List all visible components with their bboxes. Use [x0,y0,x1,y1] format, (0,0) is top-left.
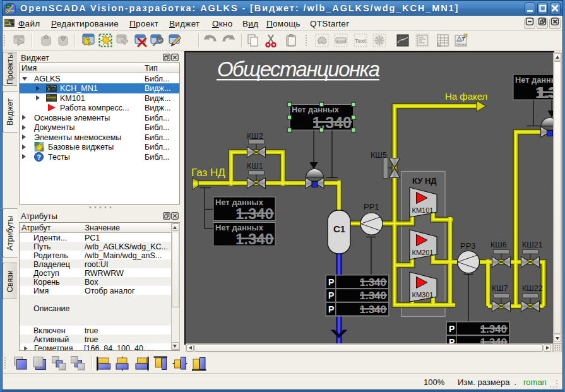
svg-text:На факел: На факел [445,91,487,102]
svg-text:КМ201: КМ201 [412,249,434,256]
svg-text:РР1: РР1 [364,202,379,211]
svg-text:P: P [328,290,334,300]
svg-text:КМ301: КМ301 [412,291,434,299]
svg-text:P: P [449,337,455,343]
svg-text:КШ6: КШ6 [491,241,507,249]
svg-text:P: P [328,304,334,314]
svg-text:КШ2: КШ2 [247,132,263,141]
svg-text:КШ7: КШ7 [492,284,508,293]
svg-text:Нет данных: Нет данных [515,75,553,85]
svg-text:РР3: РР3 [460,241,476,251]
svg-text:Values: Values [456,42,467,46]
svg-text:Газ НД: Газ НД [191,167,225,179]
svg-text:P: P [449,324,455,334]
svg-text:Общестанционка: Общестанционка [217,57,380,81]
svg-text:C1: C1 [333,223,345,234]
svg-text:КМ101: КМ101 [412,206,434,214]
svg-text:Enter|: Enter| [337,39,347,43]
svg-text:Text: Text [355,38,366,44]
svg-text:КШ21: КШ21 [522,241,543,249]
svg-text:P: P [328,277,334,287]
svg-text:КШ5: КШ5 [371,151,387,160]
svg-text:?: ? [37,153,41,160]
svg-text:Нет данных: Нет данных [292,105,340,114]
svg-text:КШ1: КШ1 [247,162,263,170]
svg-text:КУ НД: КУ НД [412,176,437,186]
svg-text:КШ22: КШ22 [522,284,543,293]
